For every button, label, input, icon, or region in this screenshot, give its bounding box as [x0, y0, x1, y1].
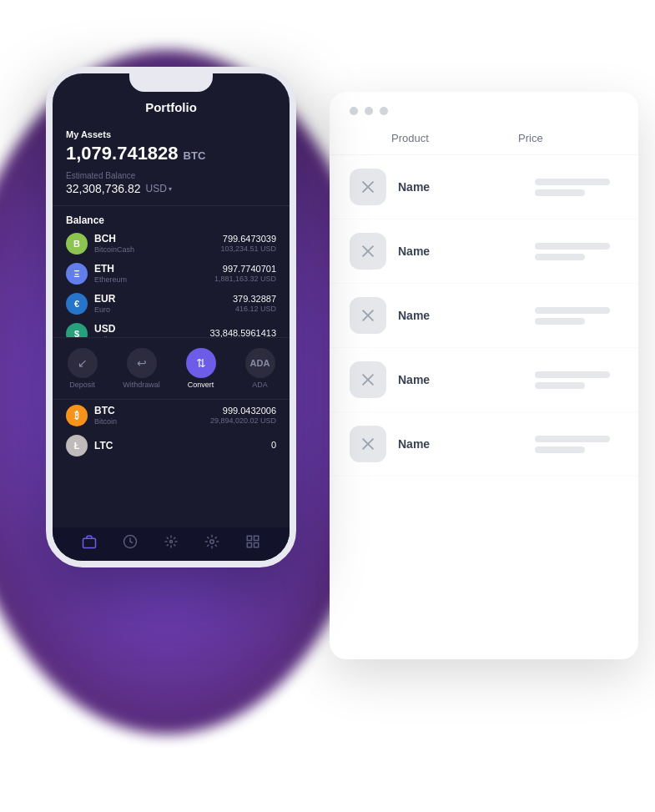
- eth-info: ETH Ethereum: [94, 263, 214, 284]
- nav-trade[interactable]: [151, 534, 192, 552]
- convert-action[interactable]: ⇅ Convert: [171, 345, 230, 392]
- phone-content: Portfolio My Assets 1,079.741828 BTC Est…: [53, 73, 290, 561]
- balance-item-btc: ₿ BTC Bitcoin 999.0432006 29,894,020.02 …: [66, 405, 276, 426]
- btc-values: 999.0432006 29,894,020.02 USD: [210, 406, 276, 426]
- withdrawal-action[interactable]: ↩ Withdrawal: [112, 345, 171, 392]
- ltc-symbol: LTC: [94, 440, 271, 451]
- row-price-2: [535, 243, 618, 260]
- svg-rect-14: [247, 536, 251, 540]
- btc-info: BTC Bitcoin: [94, 405, 210, 426]
- price-line: [535, 371, 610, 378]
- row-name-1: Name: [398, 180, 535, 194]
- balance-item-bch: B BCH BitcoinCash 799.6473039 103,234.51…: [66, 233, 276, 255]
- usd-amount: 33,848.5961413: [209, 328, 276, 337]
- trade-nav-icon: [164, 534, 179, 552]
- eur-info: EUR Euro: [94, 293, 233, 314]
- price-line: [535, 318, 585, 325]
- price-line: [535, 179, 610, 185]
- background-table-card: Product Price Name Name Name: [330, 92, 638, 659]
- bch-name: BitcoinCash: [94, 245, 220, 255]
- action-bar: ↙ Deposit ↩ Withdrawal ⇅ Convert: [53, 337, 290, 400]
- ltc-info: LTC: [94, 440, 271, 451]
- phone-screen: Portfolio My Assets 1,079.741828 BTC Est…: [46, 67, 296, 567]
- svg-point-13: [210, 540, 214, 544]
- nav-portfolio[interactable]: [69, 534, 110, 552]
- svg-rect-10: [83, 538, 96, 547]
- balance-label: Balance: [66, 214, 276, 226]
- withdrawal-label: Withdrawal: [123, 381, 160, 389]
- estimated-amount: 32,308,736.82: [66, 182, 141, 195]
- eth-icon: Ξ: [66, 263, 88, 285]
- table-row: Name: [330, 219, 638, 284]
- ada-sublabel: ADA: [252, 381, 268, 389]
- btc-icon: ₿: [66, 405, 88, 426]
- currency-selector[interactable]: USD ▾: [146, 183, 172, 194]
- estimated-label: Estimated Balance: [66, 171, 276, 180]
- price-line: [535, 307, 610, 314]
- convert-icon: ⇅: [196, 356, 206, 370]
- btc-usd: 29,894,020.02 USD: [210, 416, 276, 426]
- table-header: Product Price: [330, 125, 638, 155]
- usd-info: USD Dollars: [94, 323, 209, 337]
- eur-amount: 379.32887: [233, 294, 276, 305]
- portfolio-nav-icon: [82, 534, 97, 552]
- convert-icon-wrap: ⇅: [186, 348, 216, 378]
- dot-3: [380, 107, 388, 115]
- eth-amount: 997.7740701: [214, 264, 276, 275]
- eth-values: 997.7740701 1,881,163.32 USD: [214, 264, 276, 284]
- eur-usd: 416.12 USD: [233, 305, 276, 314]
- bottom-nav: [53, 527, 290, 561]
- eur-icon: €: [66, 293, 88, 315]
- deposit-action[interactable]: ↙ Deposit: [53, 345, 112, 392]
- bch-info: BCH BitcoinCash: [94, 233, 220, 254]
- svg-rect-16: [247, 543, 251, 547]
- nav-history[interactable]: [110, 534, 151, 552]
- price-line: [535, 189, 585, 196]
- row-name-4: Name: [398, 373, 535, 386]
- nav-settings[interactable]: [191, 534, 232, 552]
- settings-nav-icon: [204, 534, 219, 552]
- row-name-2: Name: [398, 245, 535, 258]
- ltc-amount: 0: [271, 440, 276, 451]
- nav-grid[interactable]: [232, 534, 273, 552]
- balance-item-eth: Ξ ETH Ethereum 997.7740701 1,881,163.32 …: [66, 263, 276, 285]
- row-name-5: Name: [398, 437, 535, 451]
- dot-2: [365, 107, 373, 115]
- price-line: [535, 382, 585, 389]
- btc-symbol: BTC: [94, 405, 210, 416]
- table-row: Name: [330, 284, 638, 348]
- price-column-header: Price: [518, 132, 618, 144]
- row-name-3: Name: [398, 309, 535, 322]
- table-row: Name: [330, 155, 638, 219]
- ltc-values: 0: [271, 440, 276, 451]
- svg-rect-15: [254, 536, 258, 540]
- history-nav-icon: [123, 534, 138, 552]
- price-line: [535, 254, 585, 260]
- ada-action[interactable]: ADA ADA: [230, 345, 290, 392]
- currency-code: USD: [146, 183, 167, 194]
- balance-item-eur: € EUR Euro 379.32887 416.12 USD: [66, 293, 276, 315]
- row-icon-4: [350, 361, 386, 398]
- chevron-down-icon: ▾: [169, 185, 172, 193]
- usd-symbol: USD: [94, 323, 209, 335]
- btc-amount: 999.0432006: [210, 406, 276, 416]
- convert-label: Convert: [188, 381, 214, 389]
- eur-name: Euro: [94, 305, 233, 315]
- assets-label: My Assets: [66, 129, 276, 139]
- row-price-4: [535, 371, 618, 389]
- price-line: [535, 243, 610, 250]
- ada-icon: ADA: [250, 358, 270, 368]
- row-icon-2: [350, 233, 386, 270]
- svg-point-12: [169, 541, 172, 543]
- row-icon-1: [350, 169, 386, 205]
- withdrawal-icon-wrap: ↩: [127, 348, 157, 378]
- bch-usd: 103,234.51 USD: [220, 245, 276, 254]
- eth-usd: 1,881,163.32 USD: [214, 275, 276, 284]
- estimated-value: 32,308,736.82 USD ▾: [66, 182, 276, 195]
- bch-symbol: BCH: [94, 233, 220, 245]
- withdrawal-icon: ↩: [137, 356, 147, 370]
- dot-1: [350, 107, 358, 115]
- row-icon-5: [350, 426, 386, 462]
- phone-header: Portfolio: [53, 97, 290, 121]
- deposit-label: Deposit: [69, 381, 95, 389]
